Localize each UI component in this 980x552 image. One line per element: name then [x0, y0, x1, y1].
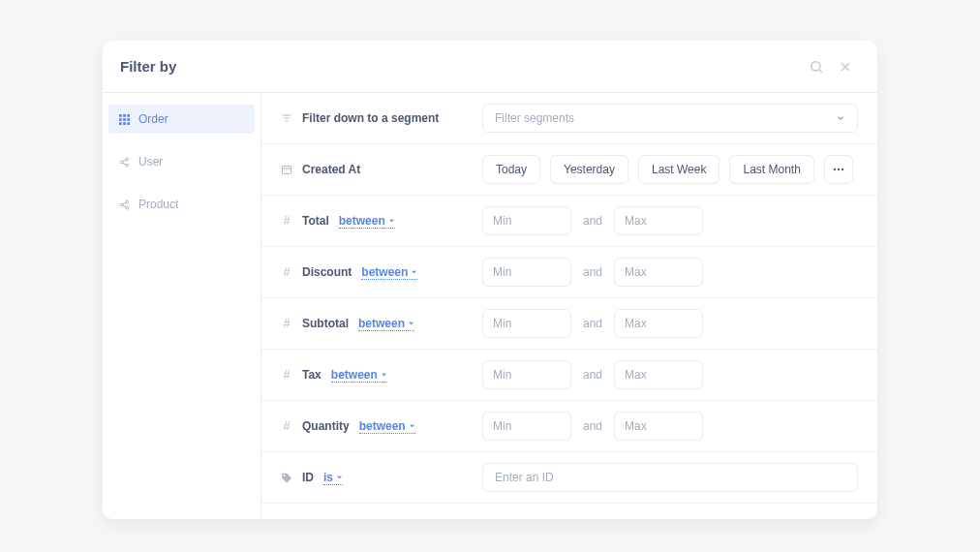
- svg-line-21: [122, 201, 125, 203]
- range-max-input[interactable]: [614, 412, 703, 441]
- number-icon: #: [281, 369, 292, 381]
- row-control: Filter segments: [482, 104, 858, 133]
- and-separator: and: [583, 265, 602, 279]
- range-operator-text: between: [339, 214, 385, 228]
- range-operator-text: between: [358, 317, 405, 330]
- chevron-down-icon: [336, 474, 343, 480]
- id-label: ID: [302, 471, 314, 484]
- sidebar: Order User Product: [103, 93, 261, 519]
- and-separator: and: [583, 419, 602, 433]
- range-row: # Discount between and: [261, 247, 877, 298]
- dialog-body: Order User Product: [103, 93, 877, 519]
- id-input[interactable]: [482, 463, 858, 492]
- svg-rect-26: [283, 167, 291, 174]
- svg-rect-4: [119, 114, 122, 117]
- svg-point-19: [120, 203, 123, 206]
- id-operator-text: is: [323, 471, 333, 484]
- range-max-input[interactable]: [614, 206, 703, 235]
- preset-last-week[interactable]: Last Week: [638, 155, 720, 184]
- range-operator-text: between: [361, 265, 408, 279]
- range-field-label: Tax: [302, 368, 322, 382]
- svg-rect-12: [127, 122, 130, 125]
- search-button[interactable]: [802, 52, 831, 81]
- dialog-header: Filter by: [103, 41, 877, 93]
- row-control: [482, 463, 858, 492]
- range-operator[interactable]: between: [359, 419, 415, 434]
- sidebar-item-user[interactable]: User: [108, 147, 255, 176]
- range-min-input[interactable]: [482, 206, 571, 235]
- share-icon: [118, 199, 130, 210]
- svg-point-14: [120, 161, 123, 164]
- row-control: Today Yesterday Last Week Last Month: [482, 155, 858, 184]
- range-operator[interactable]: between: [361, 265, 417, 280]
- range-min-input[interactable]: [482, 309, 571, 338]
- svg-point-15: [125, 164, 128, 167]
- segment-label: Filter down to a segment: [302, 111, 439, 125]
- ellipsis-icon: [832, 163, 845, 176]
- grid-icon: [118, 113, 130, 125]
- chevron-down-icon: [388, 217, 395, 224]
- svg-point-31: [838, 169, 840, 170]
- svg-point-18: [125, 199, 128, 202]
- svg-line-16: [122, 159, 125, 161]
- row-label: Filter down to a segment: [281, 111, 482, 125]
- row-label: Created At: [281, 163, 482, 176]
- svg-rect-11: [123, 122, 126, 125]
- next-row: [261, 504, 877, 519]
- close-button[interactable]: [831, 52, 860, 81]
- created-at-row: Created At Today Yesterday Last Week Las…: [261, 144, 877, 196]
- range-row: # Tax between and: [261, 350, 877, 401]
- and-separator: and: [583, 317, 602, 330]
- row-label: # Tax between: [281, 368, 482, 383]
- range-field-label: Quantity: [302, 419, 350, 433]
- id-operator[interactable]: is: [323, 471, 343, 485]
- svg-rect-10: [119, 122, 122, 125]
- sidebar-item-label: User: [138, 155, 163, 169]
- row-control: and: [482, 206, 858, 235]
- row-label: # Quantity between: [281, 419, 482, 434]
- svg-rect-9: [127, 118, 130, 121]
- row-control: and: [482, 360, 858, 389]
- row-label: # Total between: [281, 214, 482, 229]
- sidebar-item-product[interactable]: Product: [108, 190, 255, 219]
- more-presets-button[interactable]: [824, 155, 853, 184]
- range-max-input[interactable]: [614, 360, 703, 389]
- created-at-label: Created At: [302, 163, 360, 176]
- range-operator[interactable]: between: [331, 368, 387, 383]
- sidebar-item-label: Product: [138, 198, 178, 211]
- chevron-down-icon: [411, 268, 417, 275]
- range-operator[interactable]: between: [358, 317, 414, 331]
- range-field-label: Subtotal: [302, 317, 349, 330]
- range-row: # Total between and: [261, 196, 877, 247]
- range-max-input[interactable]: [614, 258, 703, 287]
- chevron-down-icon: [409, 422, 415, 429]
- svg-rect-5: [123, 114, 126, 117]
- range-operator-text: between: [359, 419, 406, 433]
- filter-dialog: Filter by Order User: [103, 41, 877, 519]
- main-panel: Filter down to a segment Filter segments…: [261, 93, 877, 519]
- range-min-input[interactable]: [482, 258, 571, 287]
- preset-today[interactable]: Today: [482, 155, 540, 184]
- range-operator[interactable]: between: [339, 214, 395, 229]
- range-field-label: Discount: [302, 265, 352, 279]
- number-icon: #: [281, 215, 292, 227]
- svg-point-0: [812, 61, 820, 70]
- segment-row: Filter down to a segment Filter segments: [261, 93, 877, 144]
- segment-select[interactable]: Filter segments: [482, 104, 858, 133]
- segment-placeholder: Filter segments: [495, 111, 574, 125]
- range-min-input[interactable]: [482, 412, 571, 441]
- chevron-down-icon: [836, 113, 845, 123]
- share-icon: [118, 156, 130, 168]
- preset-yesterday[interactable]: Yesterday: [550, 155, 628, 184]
- number-icon: #: [281, 318, 292, 329]
- tag-icon: [281, 472, 292, 483]
- sidebar-item-order[interactable]: Order: [108, 105, 255, 134]
- range-min-input[interactable]: [482, 360, 571, 389]
- page-title: Filter by: [120, 58, 802, 75]
- row-control: and: [482, 258, 858, 287]
- svg-point-13: [125, 157, 128, 160]
- search-icon: [809, 59, 824, 75]
- range-max-input[interactable]: [614, 309, 703, 338]
- preset-last-month[interactable]: Last Month: [729, 155, 813, 184]
- svg-point-30: [834, 169, 836, 170]
